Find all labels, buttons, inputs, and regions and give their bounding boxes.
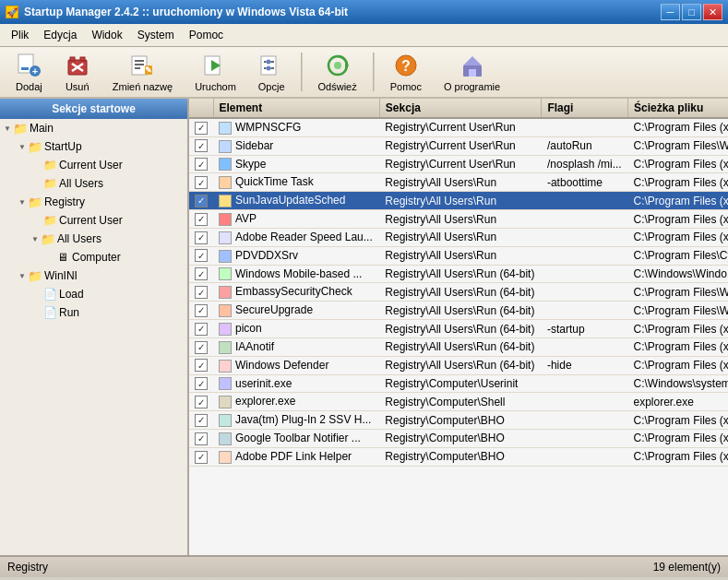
row-checkbox[interactable]: ✓	[189, 393, 213, 411]
row-checkbox[interactable]: ✓	[189, 320, 213, 338]
row-checkbox[interactable]: ✓	[189, 155, 213, 173]
table-row[interactable]: ✓SecureUpgradeRegistry\All Users\Run (64…	[189, 302, 728, 320]
table-row[interactable]: ✓SkypeRegistry\Current User\Run/nosplash…	[189, 155, 728, 173]
add-button[interactable]: + Dodaj	[6, 48, 53, 97]
row-section: Registry\Computer\Shell	[379, 393, 542, 411]
tree-node-run[interactable]: 📄 Run	[0, 303, 187, 322]
row-checkbox[interactable]: ✓	[189, 228, 213, 246]
about-button[interactable]: O programie	[434, 48, 510, 97]
row-element-name: SunJavaUpdateSched	[235, 194, 345, 207]
row-checkbox[interactable]: ✓	[189, 430, 213, 448]
menu-edycja[interactable]: Edycja	[36, 26, 84, 44]
menu-system[interactable]: System	[130, 26, 182, 44]
table-row[interactable]: ✓QuickTime TaskRegistry\All Users\Run-at…	[189, 173, 728, 192]
row-checkbox[interactable]: ✓	[189, 411, 213, 430]
col-flags[interactable]: Flagi	[542, 99, 628, 118]
options-button[interactable]: Opcje	[248, 48, 295, 97]
toolbar-separator	[301, 53, 303, 91]
table-row[interactable]: ✓WMPNSCFGRegistry\Current User\RunC:\Pro…	[189, 118, 728, 136]
status-count: 19 element(y)	[653, 561, 721, 574]
table-row[interactable]: ✓SunJavaUpdateSchedRegistry\All Users\Ru…	[189, 192, 728, 210]
tree-node-computer[interactable]: 🖥 Computer	[0, 248, 187, 266]
folder-icon: 📁	[41, 231, 55, 246]
tree-node-reg-current-user[interactable]: 📁 Current User	[0, 211, 187, 230]
row-section: Registry\All Users\Run (64-bit)	[379, 265, 542, 283]
table-row[interactable]: ✓PDVDDXSrvRegistry\All Users\RunC:\Progr…	[189, 246, 728, 265]
table-row[interactable]: ✓SidebarRegistry\Current User\Run/autoRu…	[189, 136, 728, 155]
row-flags	[542, 447, 628, 466]
close-button[interactable]: ✕	[703, 4, 722, 20]
row-element-name: IAAnotif	[235, 340, 274, 353]
rename-label: Zmień nazwę	[113, 81, 173, 92]
row-checkbox[interactable]: ✓	[189, 136, 213, 155]
col-section[interactable]: Sekcja	[379, 99, 542, 118]
run-icon	[202, 53, 228, 78]
row-path: C:\Program Files (x8	[627, 192, 728, 210]
table-row[interactable]: ✓IAAnotifRegistry\All Users\Run (64-bit)…	[189, 337, 728, 356]
tree-node-winini[interactable]: ▼ 📁 WinINI	[0, 266, 187, 285]
folder-icon: 📁	[28, 195, 42, 209]
tree-node-all-users[interactable]: 📁 All Users	[0, 174, 187, 193]
rename-button[interactable]: ✎ Zmień nazwę	[102, 48, 183, 97]
table-row[interactable]: ✓explorer.exeRegistry\Computer\Shellexpl…	[189, 393, 728, 411]
table-row[interactable]: ✓Java(tm) Plug-In 2 SSV H...Registry\Com…	[189, 411, 728, 430]
row-section: Registry\All Users\Run (64-bit)	[379, 356, 542, 374]
tree-node-main[interactable]: ▼ 📁 Main	[0, 119, 187, 137]
table-row[interactable]: ✓userinit.exeRegistry\Computer\UserinitC…	[189, 374, 728, 393]
row-element-name: PDVDDXSrv	[235, 249, 298, 262]
menu-pomoc[interactable]: Pomoc	[182, 26, 231, 44]
table-wrapper[interactable]: Element Sekcja Flagi Ścieżka pliku ✓WMPN…	[189, 99, 728, 555]
table-row[interactable]: ✓piconRegistry\All Users\Run (64-bit)-st…	[189, 320, 728, 338]
tree-node-load[interactable]: 📄 Load	[0, 285, 187, 303]
row-checkbox[interactable]: ✓	[189, 302, 213, 320]
row-checkbox[interactable]: ✓	[189, 265, 213, 283]
menu-plik[interactable]: Plik	[4, 26, 36, 44]
table-row[interactable]: ✓Adobe PDF Link HelperRegistry\Computer\…	[189, 447, 728, 466]
computer-icon: 🖥	[55, 250, 70, 265]
row-flags	[542, 302, 628, 320]
toolbar: + Dodaj Usuń ✎ Zmi	[0, 47, 728, 99]
row-checkbox[interactable]: ✓	[189, 173, 213, 192]
row-section: Registry\All Users\Run (64-bit)	[379, 337, 542, 356]
status-section: Registry	[7, 561, 48, 574]
col-path[interactable]: Ścieżka pliku	[627, 99, 728, 118]
table-row[interactable]: ✓EmbassySecurityCheckRegistry\All Users\…	[189, 283, 728, 302]
row-flags	[542, 210, 628, 229]
col-element[interactable]: Element	[213, 99, 379, 118]
tree-node-startup[interactable]: ▼ 📁 StartUp	[0, 137, 187, 156]
minimize-button[interactable]: ─	[661, 4, 680, 20]
row-checkbox[interactable]: ✓	[189, 356, 213, 374]
table-row[interactable]: ✓Windows DefenderRegistry\All Users\Run …	[189, 356, 728, 374]
tree-node-current-user[interactable]: 📁 Current User	[0, 156, 187, 174]
row-checkbox[interactable]: ✓	[189, 246, 213, 265]
refresh-button[interactable]: Odśwież	[308, 48, 367, 97]
row-checkbox[interactable]: ✓	[189, 192, 213, 210]
row-element: Windows Defender	[213, 356, 379, 374]
table-row[interactable]: ✓Google Toolbar Notifier ...Registry\Com…	[189, 430, 728, 448]
row-checkbox[interactable]: ✓	[189, 210, 213, 229]
help-button[interactable]: ? Pomoc	[380, 48, 432, 97]
row-path: C:\Program Files (x8	[627, 173, 728, 192]
row-checkbox[interactable]: ✓	[189, 337, 213, 356]
svg-point-18	[267, 59, 271, 64]
row-checkbox[interactable]: ✓	[189, 118, 213, 136]
row-checkbox[interactable]: ✓	[189, 374, 213, 393]
tree-node-reg-all-users[interactable]: ▼ 📁 All Users	[0, 230, 187, 248]
run-button[interactable]: Uruchom	[185, 48, 246, 97]
row-checkbox[interactable]: ✓	[189, 283, 213, 302]
row-section: Registry\Current User\Run	[379, 136, 542, 155]
table-row[interactable]: ✓AVPRegistry\All Users\RunC:\Program Fil…	[189, 210, 728, 229]
app-icon: 🚀	[6, 6, 18, 18]
row-element-name: Windows Mobile-based ...	[235, 267, 362, 280]
row-path: C:\Windows\Windo	[627, 265, 728, 283]
maximize-button[interactable]: □	[682, 4, 701, 20]
row-app-icon	[219, 323, 232, 336]
table-row[interactable]: ✓Windows Mobile-based ...Registry\All Us…	[189, 265, 728, 283]
menu-widok[interactable]: Widok	[84, 26, 129, 44]
row-app-icon	[219, 267, 232, 280]
remove-button[interactable]: Usuń	[54, 48, 101, 97]
tree-node-registry[interactable]: ▼ 📁 Registry	[0, 193, 187, 211]
row-flags	[542, 192, 628, 210]
table-row[interactable]: ✓Adobe Reader Speed Lau...Registry\All U…	[189, 228, 728, 246]
row-checkbox[interactable]: ✓	[189, 447, 213, 466]
